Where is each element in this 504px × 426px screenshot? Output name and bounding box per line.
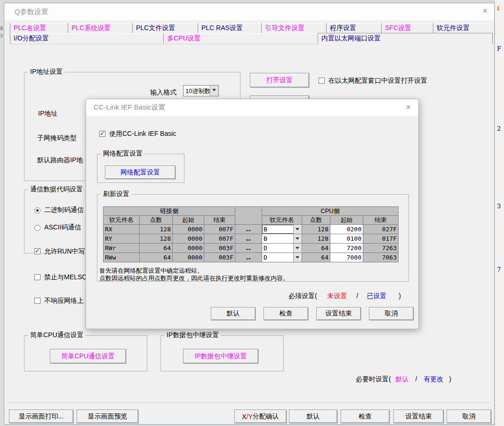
table-row: RX 128 0000 007F ↔ B 128 0200 027F	[104, 225, 399, 234]
dialog-titlebar	[4, 3, 494, 20]
xy-rest: 分配确认	[253, 412, 279, 421]
ascii-comm-radio[interactable]	[34, 225, 40, 231]
link-arrow-icon: ↔	[235, 234, 262, 244]
print-screen-button[interactable]: 显示画面打印...	[9, 410, 73, 423]
col-header-start: 起始	[173, 216, 204, 225]
note-changed: 有更改	[424, 375, 443, 383]
ip-packet-relay-group-title: IP数据包中继设置	[165, 331, 221, 339]
required-when-needed-note: 必要时设置( 默认 / 有更改 )	[356, 375, 451, 384]
tab-multi-cpu[interactable]: 多CPU设置	[163, 33, 318, 43]
link-start-cell: 0000	[173, 244, 204, 253]
refresh-settings-group-title: 刷新设置	[101, 190, 131, 198]
network-config-button[interactable]: 网络配置设置	[105, 166, 176, 179]
chevron-down-icon[interactable]	[293, 234, 302, 243]
link-device-cell: RWw	[104, 253, 140, 262]
tab-plc-system[interactable]: PLC系统设置	[68, 23, 132, 33]
cpu-start-input[interactable]: 7000	[330, 253, 363, 262]
binary-comm-radio-label: 二进制码通信	[44, 206, 84, 214]
tab-io-assignment[interactable]: I/O分配设置	[10, 33, 163, 43]
chevron-down-icon[interactable]	[210, 86, 218, 96]
tab-built-in-ethernet[interactable]: 内置以太网端口设置	[318, 33, 493, 44]
cpu-device-select[interactable]: D	[262, 253, 302, 262]
melsoft-forbid-checkbox[interactable]	[34, 274, 40, 280]
background-fragment-mark	[0, 26, 3, 30]
cpu-start-input[interactable]: 7200	[330, 244, 363, 253]
cpu-device-select[interactable]: B	[262, 225, 302, 234]
open-settings-button[interactable]: 打开设置	[250, 73, 309, 87]
tab-plc-ras[interactable]: PLC RAS设置	[198, 23, 261, 33]
tab-plc-file[interactable]: PLC文件设置	[132, 23, 198, 33]
link-end-cell: 007F	[204, 225, 235, 234]
link-points-cell: 128	[140, 225, 173, 234]
modal-title: CC-Link IEF Basic设置	[94, 103, 166, 112]
chevron-down-icon[interactable]	[293, 225, 302, 234]
ethernet-config-checkbox[interactable]	[319, 78, 325, 84]
default-button[interactable]: 默认	[289, 410, 337, 423]
link-device-cell: RX	[104, 225, 140, 234]
cpu-start-input[interactable]: 0100	[330, 234, 363, 244]
cpu-points-cell: 64	[302, 253, 330, 262]
link-arrow-icon: ↔	[235, 225, 262, 234]
ascii-comm-radio-label: ASCII码通信	[44, 223, 81, 232]
tab-sfc[interactable]: SFC设置	[381, 23, 433, 33]
background-fragment: 3	[497, 203, 501, 210]
ip-packet-relay-button[interactable]: IP数据包中继设置	[183, 349, 258, 363]
modal-close-icon[interactable]: ×	[406, 103, 411, 112]
background-right-sliver: ⬇ F 2 3 7	[495, 0, 504, 426]
note-separator: /	[415, 375, 417, 383]
preview-screen-button[interactable]: 显示画面预览	[77, 410, 138, 423]
check-button[interactable]: 检查	[341, 410, 390, 423]
close-icon[interactable]: ×	[482, 6, 488, 16]
tab-device[interactable]: 软元件设置	[433, 23, 493, 33]
tab-plc-name[interactable]: PLC名设置	[10, 23, 67, 33]
chevron-down-icon[interactable]	[293, 253, 302, 262]
use-cclink-checkbox[interactable]	[99, 131, 105, 137]
input-format-select[interactable]: 10进制数	[183, 85, 219, 96]
cpu-device-value: B	[264, 235, 267, 242]
refresh-note-line2: 点数因远程站的占用点数而更改，因此请在执行更改时重新修改内容。	[99, 274, 289, 283]
chevron-down-icon[interactable]	[293, 244, 302, 252]
refresh-mapping-table: 链接侧 CPU侧 软元件名 点数 起始 结束 软元件名 点数 起始 结束 RX …	[103, 206, 399, 262]
cpu-device-select[interactable]: D	[262, 244, 302, 253]
cpu-device-value: B	[264, 226, 267, 233]
simple-cpu-settings-button[interactable]: 简单CPU通信设置	[50, 349, 126, 363]
link-points-cell: 128	[140, 234, 173, 244]
modal-finish-button[interactable]: 设置结束	[316, 307, 361, 320]
modal-default-button[interactable]: 默认	[211, 307, 256, 320]
link-end-cell: 007F	[204, 234, 235, 244]
link-arrow-icon: ↔	[235, 244, 262, 253]
tab-boot-file[interactable]: 引导文件设置	[261, 23, 326, 33]
cpu-device-select[interactable]: B	[262, 234, 302, 244]
cpu-device-value: D	[264, 245, 267, 252]
tab-program[interactable]: 程序设置	[326, 23, 381, 33]
link-device-cell: RY	[104, 234, 140, 244]
cpu-end-cell: 7063	[363, 253, 399, 262]
run-write-checkbox[interactable]	[34, 248, 40, 254]
link-end-cell: 003F	[204, 244, 235, 253]
modal-check-button[interactable]: 检查	[264, 307, 308, 320]
network-no-response-checkbox-label: 不响应网络上	[44, 297, 84, 305]
cpu-end-cell: 7263	[363, 244, 399, 253]
xy-assignment-confirm-button[interactable]: X/Y分配确认	[234, 410, 287, 423]
col-header-end: 结束	[204, 216, 235, 225]
network-config-group-title: 网络配置设置	[101, 150, 144, 158]
cpu-device-value: D	[264, 254, 267, 261]
cpu-points-cell: 64	[302, 244, 330, 253]
required-separator: /	[356, 292, 358, 300]
table-row: RWw 64 0000 003F ↔ D 64 7000 7063	[104, 253, 399, 262]
melsoft-forbid-checkbox-label: 禁止与MELSO	[44, 273, 87, 282]
tab-divider	[9, 44, 318, 44]
table-row: RY 128 0000 007F ↔ B 128 0100 017F	[104, 234, 399, 244]
cpu-start-input[interactable]: 0200	[330, 225, 363, 234]
cancel-button[interactable]: 取消	[447, 410, 491, 423]
modal-cancel-button[interactable]: 取消	[369, 307, 414, 320]
col-header-points: 点数	[140, 216, 173, 225]
network-no-response-checkbox[interactable]	[34, 298, 40, 304]
note-suffix: )	[449, 375, 451, 383]
simple-cpu-group-title: 简单CPU通信设置	[28, 331, 86, 339]
link-side-header: 链接侧	[104, 207, 235, 216]
cpu-end-cell: 017F	[363, 234, 399, 244]
finish-setting-button[interactable]: 设置结束	[393, 410, 444, 423]
binary-comm-radio[interactable]	[34, 207, 40, 213]
background-arrow-icon: ⬇	[496, 5, 501, 12]
